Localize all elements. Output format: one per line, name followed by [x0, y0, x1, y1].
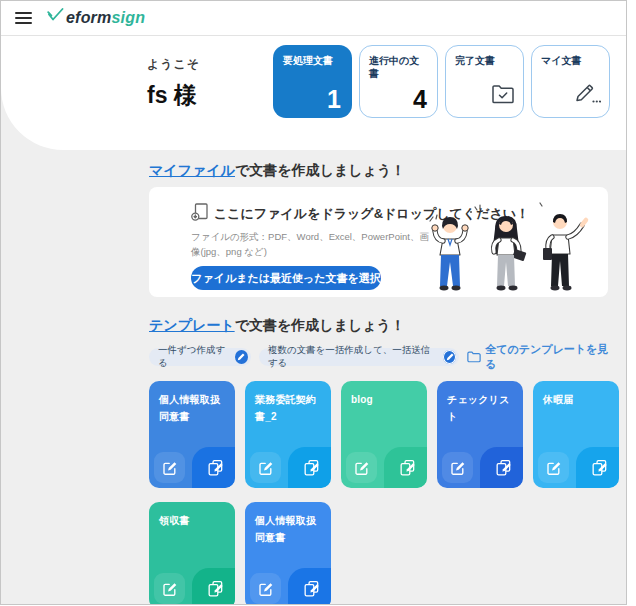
- stat-card-completed[interactable]: 完了文書: [445, 45, 524, 118]
- welcome-greeting: ようこそ: [147, 56, 200, 73]
- in-progress-count: 4: [413, 85, 427, 114]
- folder-check-icon: [491, 83, 515, 109]
- template-card[interactable]: 個人情報取扱同意書: [245, 502, 331, 605]
- template-card[interactable]: 業務委託契約書_2: [245, 381, 331, 488]
- template-card[interactable]: チェックリスト: [437, 381, 523, 488]
- template-grid: 個人情報取扱同意書 業務委託契約書_2 blog: [149, 381, 627, 605]
- template-card[interactable]: 休暇届: [533, 381, 619, 488]
- template-card[interactable]: blog: [341, 381, 427, 488]
- file-dropzone[interactable]: ここにファイルをドラッグ&ドロップしてください！ ファイルの形式：PDF、Wor…: [149, 187, 608, 297]
- document-stat-cards: 要処理文書 1 進行中の文書 4 完了文書: [273, 36, 610, 150]
- welcome-block: ようこそ fs 様: [147, 36, 200, 150]
- legend-bulk: 複数の文書を一括作成して、一括送信する: [259, 348, 459, 366]
- select-file-button[interactable]: ファイルまたは最近使った文書を選択: [191, 266, 381, 290]
- stat-card-pending[interactable]: 要処理文書 1: [273, 45, 352, 118]
- bulk-edit-icon: [443, 350, 456, 364]
- edit-single-icon[interactable]: [442, 452, 473, 483]
- template-section-title: テンプレートで文書を作成しましょう！: [149, 317, 618, 335]
- team-illustration: [420, 195, 600, 297]
- menu-hamburger-icon[interactable]: [15, 12, 32, 24]
- pencil-ellipsis-icon: [575, 83, 601, 109]
- view-all-templates-link[interactable]: 全てのテンプレートを見る: [467, 342, 610, 372]
- edit-bulk-icon[interactable]: [494, 458, 514, 478]
- pending-count: 1: [327, 85, 341, 114]
- single-edit-icon: [235, 350, 248, 364]
- myfile-link[interactable]: マイファイル: [149, 162, 235, 178]
- welcome-username: fs 様: [147, 80, 200, 111]
- myfile-section-title: マイファイルで文書を作成しましょう！: [149, 162, 618, 180]
- legend-single: 一件ずつ作成する: [149, 348, 251, 366]
- brand-logo[interactable]: eformsign: [47, 8, 145, 28]
- drop-file-icon: [191, 203, 208, 224]
- edit-single-icon[interactable]: [154, 573, 185, 604]
- edit-single-icon[interactable]: [250, 452, 281, 483]
- app-window: eformsign ようこそ fs 様 要処理文書 1 進行中の文書 4 完了文…: [0, 0, 627, 605]
- template-card[interactable]: 領収書: [149, 502, 235, 605]
- edit-bulk-icon[interactable]: [302, 458, 322, 478]
- stat-card-in-progress[interactable]: 進行中の文書 4: [359, 45, 438, 118]
- brand-check-icon: [47, 8, 64, 28]
- edit-bulk-icon[interactable]: [590, 458, 610, 478]
- top-bar: eformsign: [1, 1, 626, 36]
- edit-bulk-icon[interactable]: [302, 579, 322, 599]
- edit-bulk-icon[interactable]: [206, 579, 226, 599]
- page-body: ようこそ fs 様 要処理文書 1 進行中の文書 4 完了文書: [1, 36, 626, 604]
- edit-bulk-icon[interactable]: [206, 458, 226, 478]
- edit-single-icon[interactable]: [154, 452, 185, 483]
- template-card[interactable]: 個人情報取扱同意書: [149, 381, 235, 488]
- template-legend-row: 一件ずつ作成する 複数の文書を一括作成して、一括送信する: [149, 342, 618, 372]
- main-content: マイファイルで文書を作成しましょう！ ここにファイルをドラッグ&ドロップしてくだ…: [1, 162, 626, 605]
- edit-single-icon[interactable]: [250, 573, 281, 604]
- edit-single-icon[interactable]: [346, 452, 377, 483]
- edit-single-icon[interactable]: [538, 452, 569, 483]
- dropzone-hint: ファイルの形式：PDF、Word、Excel、PowerPoint、画像(jpg…: [191, 229, 429, 259]
- stat-card-my-documents[interactable]: マイ文書: [531, 45, 610, 118]
- template-link[interactable]: テンプレート: [149, 317, 235, 333]
- templates-folder-icon: [467, 350, 481, 365]
- edit-bulk-icon[interactable]: [398, 458, 418, 478]
- brand-wordmark: eformsign: [66, 9, 145, 27]
- hero-band: ようこそ fs 様 要処理文書 1 進行中の文書 4 完了文書: [1, 36, 626, 150]
